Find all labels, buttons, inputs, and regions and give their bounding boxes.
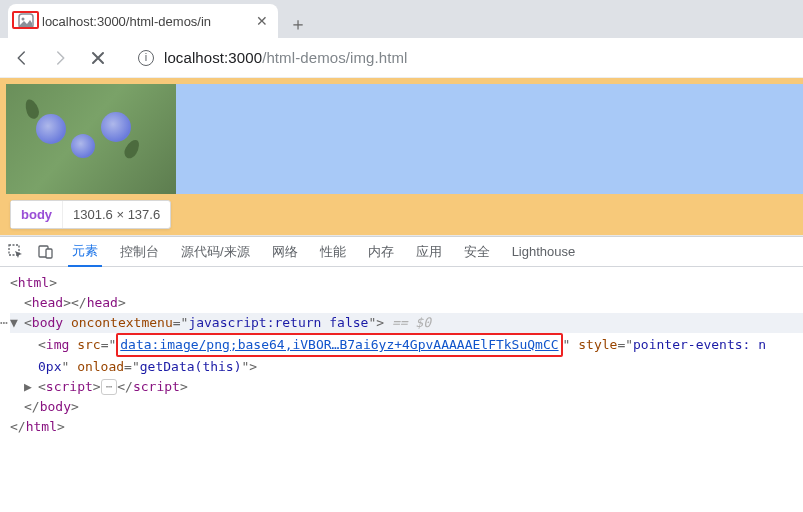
tab-security[interactable]: 安全 (460, 237, 494, 267)
expand-caret-icon[interactable]: ▶ (24, 377, 36, 397)
url-text: localhost:3000/html-demos/img.html (164, 49, 408, 66)
highlight-box: data:image/png;base64,iVBOR…B7ai6yz+4Gpv… (116, 333, 562, 357)
tab-memory[interactable]: 内存 (364, 237, 398, 267)
back-button[interactable] (12, 48, 32, 68)
svg-point-1 (22, 18, 25, 21)
dom-line[interactable]: <head></head> (10, 293, 803, 313)
tab-lighthouse[interactable]: Lighthouse (508, 237, 580, 267)
collapsed-badge[interactable]: ⋯ (101, 379, 118, 395)
dom-line[interactable]: 0px" onload="getData(this)"> (10, 357, 803, 377)
hover-dimensions: 1301.6 × 137.6 (62, 201, 170, 228)
dom-line[interactable]: <img src="data:image/png;base64,iVBOR…B7… (10, 333, 803, 357)
tab-application[interactable]: 应用 (412, 237, 446, 267)
browser-tab[interactable]: localhost:3000/html-demos/in ✕ (8, 4, 278, 38)
site-info-icon[interactable]: i (138, 50, 154, 66)
dom-line[interactable]: ▶ <script>⋯</script> (10, 377, 803, 397)
tab-elements[interactable]: 元素 (68, 237, 102, 267)
close-icon[interactable]: ✕ (256, 13, 268, 29)
gutter-dots-icon: ⋯ (0, 313, 8, 333)
new-tab-button[interactable]: ＋ (284, 10, 312, 38)
dom-line[interactable]: </body> (10, 397, 803, 417)
toolbar: i localhost:3000/html-demos/img.html (0, 38, 803, 78)
tab-strip: localhost:3000/html-demos/in ✕ ＋ (0, 0, 803, 38)
tab-console[interactable]: 控制台 (116, 237, 163, 267)
body-overlay (6, 84, 803, 194)
svg-rect-4 (46, 249, 52, 258)
favicon-icon (18, 13, 34, 29)
elements-panel[interactable]: <html> <head></head> ⋯ ▼ <body oncontext… (0, 267, 803, 447)
devtools-tabbar: 元素 控制台 源代码/来源 网络 性能 内存 应用 安全 Lighthouse (0, 237, 803, 267)
tab-performance[interactable]: 性能 (316, 237, 350, 267)
dom-line-selected[interactable]: ⋯ ▼ <body oncontextmenu="javascript:retu… (10, 313, 803, 333)
element-hover-badge: body 1301.6 × 137.6 (10, 200, 171, 229)
expand-caret-icon[interactable]: ▼ (10, 313, 22, 333)
tab-title: localhost:3000/html-demos/in (42, 14, 248, 29)
device-mode-icon[interactable] (38, 244, 54, 260)
url-host: localhost:3000 (164, 49, 262, 66)
forward-button[interactable] (50, 48, 70, 68)
data-uri-link[interactable]: data:image/png;base64,iVBOR…B7ai6yz+4Gpv… (120, 337, 558, 352)
stop-button[interactable] (88, 48, 108, 68)
hover-tag: body (11, 201, 62, 228)
page-preview: body 1301.6 × 137.6 (0, 78, 803, 236)
preview-image (6, 84, 176, 194)
dom-line[interactable]: <html> (10, 273, 803, 293)
devtools: 元素 控制台 源代码/来源 网络 性能 内存 应用 安全 Lighthouse … (0, 236, 803, 447)
tab-sources[interactable]: 源代码/来源 (177, 237, 254, 267)
url-path: /html-demos/img.html (262, 49, 407, 66)
address-bar[interactable]: i localhost:3000/html-demos/img.html (126, 43, 486, 73)
inspect-icon[interactable] (8, 244, 24, 260)
dom-line[interactable]: </html> (10, 417, 803, 437)
tab-network[interactable]: 网络 (268, 237, 302, 267)
